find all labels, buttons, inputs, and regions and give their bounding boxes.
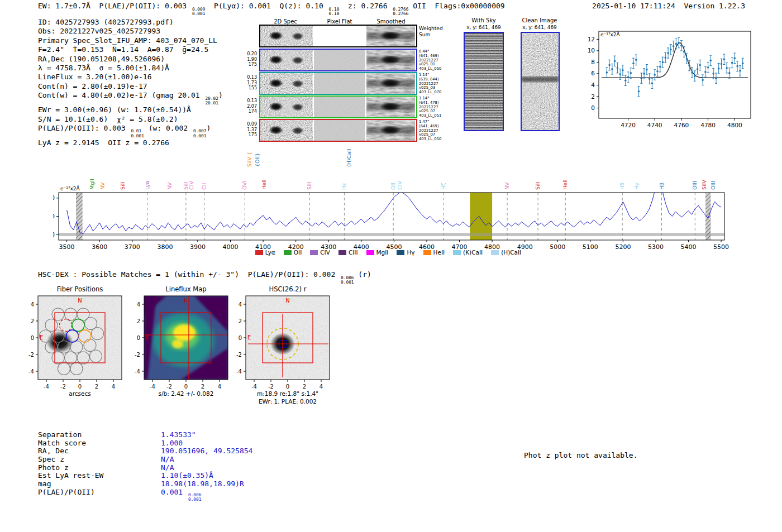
match-table-value: 0.001 0.0060.001 xyxy=(161,488,201,496)
legend-item: Lyα xyxy=(255,249,275,256)
spec2d-header-2dspec: 2D Spec xyxy=(274,18,297,25)
svg-text:e⁻¹⁷x2Å: e⁻¹⁷x2Å xyxy=(60,185,80,191)
error-band xyxy=(59,233,724,236)
lineflux-map-cutout: NE-4-4-2-2002244 xyxy=(127,293,233,394)
svg-text:0: 0 xyxy=(286,384,289,390)
lineflux-caption: s/b: 2.42 +/- 0.082 xyxy=(159,390,214,397)
match-table-label: Match score xyxy=(38,439,161,447)
east-label: E xyxy=(247,334,251,341)
emission-line-label: SiII xyxy=(306,182,312,190)
withsky-title: With Sky xyxy=(471,17,496,23)
spec2d-row-annotation: 1.14"(639, 644)20221227v025_03403_LL_070 xyxy=(419,73,441,95)
svg-text:2: 2 xyxy=(303,384,306,390)
header-timestamp: 2025-01-10 17:11:24 Version 1.22.3 xyxy=(592,2,745,11)
emission-line-label: Hζ xyxy=(440,183,446,190)
emission-line-label: NV xyxy=(99,182,106,190)
spec2d-row xyxy=(259,72,417,95)
legend-label: MgII xyxy=(376,249,389,256)
north-label: N xyxy=(285,298,289,304)
spec2d-strip xyxy=(366,97,415,117)
svg-text:-4: -4 xyxy=(236,368,242,375)
svg-text:4760: 4760 xyxy=(674,122,689,128)
emission-line-label: SiIV { xyxy=(246,152,252,167)
info-line: F=2.4" T̄=0.153 N̄=1.14 A=0.87 ḡ=24.5 xyxy=(38,45,223,54)
fiber-positions-title: Fiber Positions xyxy=(57,285,103,293)
legend-swatch xyxy=(453,250,461,255)
spec2d-strip xyxy=(366,26,415,46)
spec2d-strip xyxy=(366,50,415,70)
detected-line-band xyxy=(470,193,492,240)
emission-line-label: Hδ xyxy=(619,183,625,190)
emission-line-label: OIII xyxy=(710,181,716,190)
match-table-value: N/A xyxy=(161,463,174,472)
legend-label: CIV xyxy=(320,249,330,256)
header-stats: EW: 1.7±0.7Å P(LAE)/P(OII): 0.003 0.0090… xyxy=(38,2,505,16)
cleanimage-title: Clean Image xyxy=(522,17,557,23)
svg-text:-4: -4 xyxy=(28,368,34,375)
spec2d-row xyxy=(259,95,417,118)
east-label: E xyxy=(146,334,149,341)
info-block: ID: 4025727993 (4025727993.pdf)Obs: 2022… xyxy=(38,18,223,147)
svg-text:4740: 4740 xyxy=(647,122,662,128)
spec2d-strip xyxy=(260,26,313,46)
svg-text:4800: 4800 xyxy=(727,122,742,128)
spec2d-strip xyxy=(314,120,365,141)
svg-text:0: 0 xyxy=(53,231,55,238)
match-table-value: N/A xyxy=(161,455,174,463)
emission-line-label: CIV xyxy=(188,181,194,190)
info-line: λ = 4758.73Å σ = 5.00(±1.84)Å xyxy=(38,64,223,73)
svg-text:-2: -2 xyxy=(166,384,172,390)
emission-line-label: HeII xyxy=(562,179,568,190)
match-table-value: 1.000 xyxy=(161,439,183,447)
cleanimage-image xyxy=(521,32,560,131)
legend-label: CIII xyxy=(349,249,358,256)
emission-line-label: HeII xyxy=(261,179,267,190)
legend-item: (K)CaII xyxy=(453,249,483,256)
svg-text:4: 4 xyxy=(112,384,115,390)
match-table-row: Match score1.000 xyxy=(38,439,252,447)
svg-text:10: 10 xyxy=(588,47,595,54)
spec2d-header-smoothed: Smoothed xyxy=(376,18,405,25)
match-table-label: Separation xyxy=(38,430,161,439)
emission-line-label: NV xyxy=(504,182,510,190)
spec2d-row-annotation: 1.14"(641, 478)20221227v025_07403_LL_051 xyxy=(419,97,441,118)
spec2d-header-pixelflat: Pixel Flat xyxy=(327,18,352,25)
emission-line-label: Hγ xyxy=(633,183,640,190)
east-label: E xyxy=(40,334,43,341)
info-line: ID: 4025727993 (4025727993.pdf) xyxy=(38,18,223,27)
svg-text:2: 2 xyxy=(95,384,98,390)
legend-label: HeII xyxy=(433,249,445,256)
info-line: S/N = 10.1(±0.6) χ² = 5.8(±0.2) xyxy=(38,115,223,124)
emission-line-label: CII xyxy=(201,183,207,190)
emission-line-label: OIII xyxy=(692,181,698,190)
svg-text:-2: -2 xyxy=(28,352,34,358)
spec2d-strip xyxy=(366,73,415,94)
emission-line-label: Hε xyxy=(341,183,347,190)
svg-text:2: 2 xyxy=(239,318,242,324)
match-table-label: Photo z xyxy=(38,463,161,472)
info-line: Obs: 20221227v025_4025727993 xyxy=(38,27,223,36)
svg-text:-2: -2 xyxy=(268,384,274,390)
emission-line-label: SiII xyxy=(183,182,189,190)
emission-line-label: NV xyxy=(166,182,173,190)
spec2d-row-annotation: WeightedSum xyxy=(419,26,443,37)
spec2d-strip xyxy=(366,120,415,141)
legend-label: OII xyxy=(294,249,302,256)
svg-text:-4: -4 xyxy=(251,384,257,390)
svg-text:4: 4 xyxy=(218,384,221,390)
emission-line-label: MgII xyxy=(89,179,95,190)
spec2d-row-stats: 0.201.90175 xyxy=(241,51,257,68)
legend-label: (H)CaII xyxy=(501,249,521,256)
svg-text:-2: -2 xyxy=(236,352,242,358)
lineflux-map-title: Lineflux Map xyxy=(165,285,206,293)
match-table-row: mag18.98(18.98,18.99)R xyxy=(38,480,252,488)
gaussian-fit-curve xyxy=(602,43,748,78)
legend-swatch xyxy=(423,250,431,255)
spec2d-strip xyxy=(314,97,365,117)
svg-text:8: 8 xyxy=(591,59,595,65)
svg-text:0: 0 xyxy=(137,335,140,341)
spec2d-row-stats: 0.132.07174 xyxy=(241,98,257,114)
svg-text:12: 12 xyxy=(588,36,595,42)
svg-text:-4: -4 xyxy=(44,384,49,390)
svg-text:-4: -4 xyxy=(135,368,140,375)
